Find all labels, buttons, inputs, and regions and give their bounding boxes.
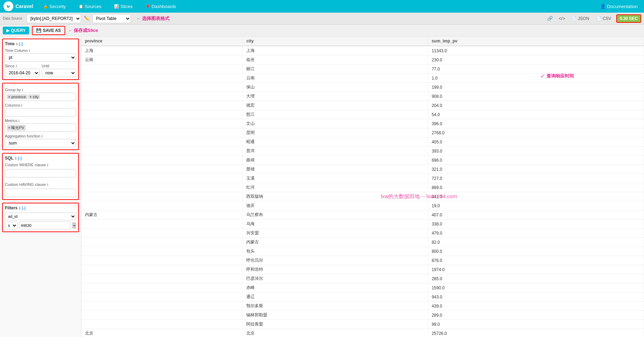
- chart-type-select[interactable]: Pivot Table: [92, 14, 131, 23]
- cell-city: 玉溪: [243, 174, 428, 183]
- cell-value: 11343.0: [428, 46, 644, 55]
- table-row: 普洱393.0: [81, 147, 644, 156]
- brand[interactable]: 🐦 Caravel: [4, 1, 33, 11]
- table-row: 文山396.0: [81, 119, 644, 128]
- cell-province: [81, 292, 243, 302]
- filter-value-input[interactable]: [19, 222, 71, 229]
- cell-city: 阿拉善盟: [243, 320, 428, 329]
- json-button[interactable]: 📄 JSON: [569, 15, 591, 22]
- table-row: 云南临沧230.0: [81, 55, 644, 65]
- link-button[interactable]: 🔗: [546, 15, 554, 22]
- code-button[interactable]: </>: [557, 15, 566, 22]
- time-info-icon: ℹ: [16, 42, 18, 46]
- filter-op-select[interactable]: in: [5, 222, 18, 229]
- nav-security[interactable]: 🔒 Security: [40, 2, 69, 11]
- csv-button[interactable]: 📄 CSV: [594, 15, 613, 22]
- filter-condition-row: in −: [5, 222, 76, 229]
- table-row: 内蒙古乌兰察布407.0: [81, 210, 644, 220]
- cell-value: 230.0: [428, 55, 644, 65]
- cell-value: 82.0: [428, 238, 644, 247]
- time-column-select[interactable]: pt: [5, 53, 76, 62]
- where-info: ℹ: [47, 163, 48, 167]
- table-row: 保山199.0: [81, 83, 644, 92]
- toolbar-right: 🔗 </> 📄 JSON 📄 CSV 0.30 SEC: [546, 14, 641, 23]
- since-label: Since ℹ: [5, 64, 40, 68]
- where-input[interactable]: [5, 169, 76, 177]
- table-header: province city sum_imp_pv: [81, 36, 644, 46]
- sql-info: ℹ: [15, 156, 16, 160]
- groupby-tags[interactable]: × province × city: [5, 93, 76, 101]
- cell-province: 云南: [81, 55, 243, 65]
- since-select[interactable]: 2016-04-20: [5, 69, 40, 77]
- cell-city: 乌海: [243, 220, 428, 229]
- agg-info: ℹ: [41, 134, 43, 138]
- cell-province: [81, 320, 243, 329]
- filter-remove-button[interactable]: −: [72, 222, 76, 229]
- cell-province: 内蒙古: [81, 210, 243, 220]
- cell-province: [81, 165, 243, 174]
- dashboards-icon: 📌: [145, 4, 150, 9]
- until-group: Until now: [42, 62, 76, 77]
- metrics-label: Metrics ℹ: [5, 119, 76, 123]
- cell-value: 943.0: [428, 292, 644, 302]
- where-label: Custom WHERE clause ℹ: [5, 163, 76, 167]
- cell-province: [81, 220, 243, 229]
- content-area: lxw的大数据田地 -- lxw1234.com ↙ 查询响应时间 provin…: [81, 36, 644, 337]
- saveas-button[interactable]: 💾 SAVE AS: [32, 26, 65, 35]
- time-column-info: ℹ: [29, 49, 30, 53]
- cell-city: 德宏: [243, 101, 428, 110]
- cell-province: [81, 137, 243, 147]
- cell-value: 338.0: [428, 220, 644, 229]
- cell-province: [81, 311, 243, 320]
- slices-icon: 📊: [114, 4, 119, 9]
- cell-province: [81, 183, 243, 192]
- sql-section-title: SQL ℹ [-]: [5, 156, 76, 161]
- table-row: 通辽943.0: [81, 292, 644, 302]
- cell-city: 呼伦贝尔: [243, 256, 428, 265]
- having-input[interactable]: [5, 189, 76, 197]
- time-collapse[interactable]: [-]: [19, 42, 23, 46]
- cell-city: 上海: [243, 46, 428, 55]
- nav-slices-label: Slices: [120, 4, 133, 9]
- cell-value: 727.0: [428, 174, 644, 183]
- nav-sources[interactable]: 📋 Sources: [76, 2, 105, 11]
- datasource-select[interactable]: [kylin].[AD_REPORT2]: [27, 14, 81, 23]
- tag-province: × province: [7, 94, 27, 99]
- table-row: 西双版纳341.0: [81, 192, 644, 201]
- columns-input[interactable]: [5, 108, 76, 116]
- table-row: 北京北京25726.0: [81, 329, 644, 337]
- cell-value: 341.0: [428, 192, 644, 201]
- cell-province: [81, 128, 243, 137]
- col-province: province: [81, 36, 243, 46]
- filter-field-select[interactable]: ad_id: [5, 213, 76, 220]
- columns-info: ℹ: [21, 103, 22, 107]
- cell-city: 呼和浩特: [243, 265, 428, 274]
- col-value: sum_imp_pv: [428, 36, 644, 46]
- nav-documentation[interactable]: 👤 Documentation: [597, 2, 640, 11]
- until-select[interactable]: now: [42, 69, 76, 77]
- cell-value: 204.0: [428, 101, 644, 110]
- cell-value: 1974.0: [428, 265, 644, 274]
- cell-city: 鄂尔多斯: [243, 302, 428, 311]
- filters-collapse[interactable]: [-]: [22, 206, 26, 210]
- having-info: ℹ: [47, 183, 48, 187]
- cell-value: 199.0: [428, 83, 644, 92]
- table-row: 上海上海11343.0: [81, 46, 644, 55]
- cell-city: 赤峰: [243, 283, 428, 292]
- metrics-tags[interactable]: × 曝光PV: [5, 123, 76, 132]
- toolbar: Data Source [kylin].[AD_REPORT2] ✏️ Pivo…: [0, 13, 644, 25]
- nav-slices[interactable]: 📊 Slices: [111, 2, 135, 11]
- query-bar: ▶ QUERY 💾 SAVE AS ← 保存成Slice: [0, 25, 644, 36]
- cell-province: [81, 156, 243, 165]
- sql-collapse[interactable]: [-]: [18, 156, 22, 160]
- table-row: 玉溪727.0: [81, 174, 644, 183]
- since-group: Since ℹ 2016-04-20: [5, 62, 40, 77]
- cell-value: 876.0: [428, 256, 644, 265]
- brand-name: Caravel: [15, 4, 33, 9]
- cell-province: [81, 274, 243, 283]
- edit-datasource-button[interactable]: ✏️: [84, 16, 89, 21]
- nav-dashboards[interactable]: 📌 Dashboards: [142, 2, 179, 11]
- cell-city: 临沧: [243, 55, 428, 65]
- query-button[interactable]: ▶ QUERY: [3, 27, 29, 34]
- agg-select[interactable]: sum: [5, 139, 76, 147]
